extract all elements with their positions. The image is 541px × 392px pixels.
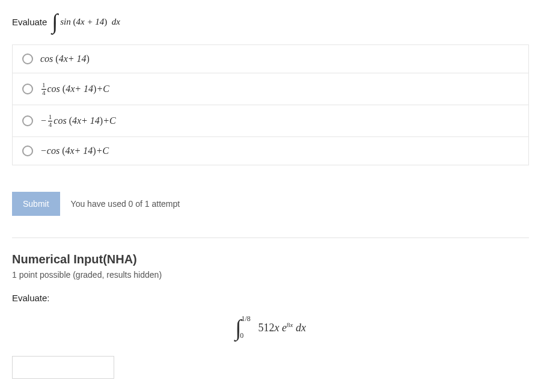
question1-integrand: sin (4x + 14) dx <box>60 17 120 27</box>
attempts-text: You have used 0 of 1 attempt <box>71 199 180 209</box>
question2-prompt: Evaluate: <box>12 293 529 303</box>
radio-icon[interactable] <box>22 145 33 156</box>
definite-integral-symbol: ∫ 1/8 0 <box>235 316 241 339</box>
integral-symbol: ∫ <box>52 11 58 32</box>
option-d-label: −cos (4x + 14) + C <box>40 145 109 156</box>
question2-integral: ∫ 1/8 0 512x e8x dx <box>12 316 529 339</box>
integral-lower-limit: 0 <box>240 331 243 340</box>
option-b-label: 14cos (4x + 14) + C <box>40 82 109 96</box>
question1-options: cos (4x + 14) 14cos (4x + 14) + C −14cos… <box>12 44 529 165</box>
radio-icon[interactable] <box>22 54 33 64</box>
option-c[interactable]: −14cos (4x + 14) + C <box>12 105 529 136</box>
option-b[interactable]: 14cos (4x + 14) + C <box>12 73 529 105</box>
option-a[interactable]: cos (4x + 14) <box>12 44 529 73</box>
submit-button[interactable]: Submit <box>12 192 60 216</box>
option-a-label: cos (4x + 14) <box>40 54 90 64</box>
submit-row: Submit You have used 0 of 1 attempt <box>12 192 529 216</box>
radio-icon[interactable] <box>22 84 33 94</box>
numerical-answer-input[interactable] <box>12 356 114 379</box>
option-d[interactable]: −cos (4x + 14) + C <box>12 136 529 165</box>
question2-integrand: 512x e8x dx <box>258 322 306 334</box>
section-divider <box>12 237 529 238</box>
question1-integral: ∫ sin (4x + 14) dx <box>50 11 120 32</box>
question1-prefix: Evaluate <box>12 17 47 27</box>
question2-title: Numerical Input(NHA) <box>12 253 529 266</box>
question2-subtitle: 1 point possible (graded, results hidden… <box>12 270 529 280</box>
radio-icon[interactable] <box>22 115 33 126</box>
question1-prompt: Evaluate ∫ sin (4x + 14) dx <box>12 11 529 32</box>
option-c-label: −14cos (4x + 14) + C <box>40 114 116 128</box>
integral-upper-limit: 1/8 <box>242 314 251 323</box>
